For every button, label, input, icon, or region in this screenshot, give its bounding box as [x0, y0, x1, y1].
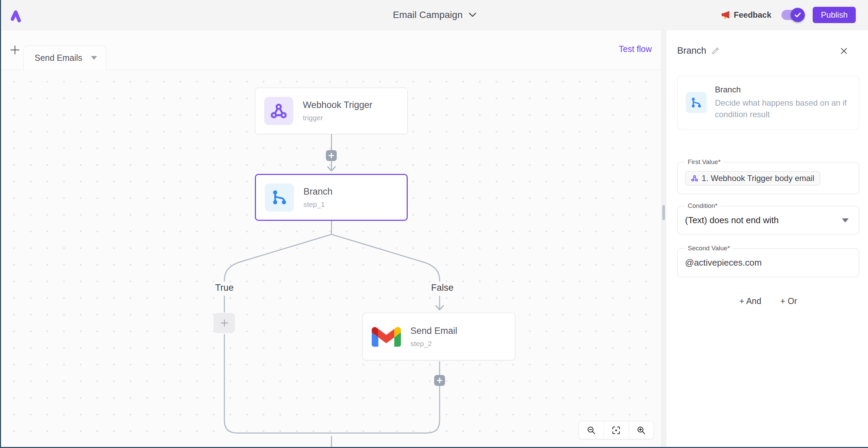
node-title: Webhook Trigger	[303, 100, 372, 110]
second-value-label: Second Value*	[685, 245, 733, 252]
node-subtitle: step_1	[303, 200, 333, 209]
branch-icon-tile	[686, 92, 707, 113]
branch-icon	[690, 96, 703, 109]
condition-value: (Text) does not end with	[685, 215, 779, 226]
first-value-label: First Value*	[685, 158, 723, 166]
node-text: Webhook Trigger trigger	[303, 100, 372, 122]
node-subtitle: trigger	[303, 114, 372, 122]
rename-step-button[interactable]	[711, 47, 719, 55]
add-flow-tab-button[interactable]	[7, 42, 23, 58]
fit-view-icon	[611, 426, 621, 435]
plus-icon	[10, 44, 20, 55]
flow-tab-label: Send Emails	[35, 53, 82, 63]
branch-false-label: False	[422, 283, 463, 293]
webhook-icon-tile	[264, 97, 293, 125]
close-panel-button[interactable]	[839, 47, 848, 55]
add-step-button[interactable]	[434, 375, 445, 386]
gmail-icon	[372, 325, 401, 348]
zoom-out-button[interactable]	[579, 422, 604, 439]
select-caret-down-icon	[842, 218, 849, 222]
test-flow-link[interactable]: Test flow	[619, 44, 652, 54]
node-title: Send Email	[410, 326, 457, 336]
condition-select[interactable]: Condition* (Text) does not end with	[677, 206, 859, 234]
close-icon	[839, 47, 848, 55]
zoom-in-button[interactable]	[629, 422, 653, 439]
zoom-in-icon	[636, 426, 646, 435]
condition-group-actions: + And + Or	[677, 296, 859, 306]
flow-builder-window: Email Campaign Feedback	[0, 0, 868, 448]
webhook-icon	[270, 102, 288, 120]
second-value-field[interactable]: Second Value* @activepieces.com	[677, 248, 859, 277]
piece-title: Branch	[715, 85, 855, 94]
node-branch[interactable]: Branch step_1	[255, 174, 408, 221]
branch-icon-tile	[265, 183, 294, 212]
megaphone-icon	[721, 10, 731, 20]
flow-tab[interactable]: Send Emails	[23, 46, 106, 70]
panel-header: Branch	[677, 46, 859, 56]
flow-canvas[interactable]: Send Emails Test flow	[1, 30, 661, 447]
node-webhook-trigger[interactable]: Webhook Trigger trigger	[255, 88, 408, 134]
piece-description: Decide what happens based on an if condi…	[715, 97, 855, 120]
piece-info-text: Branch Decide what happens based on an i…	[715, 85, 855, 120]
piece-info-card: Branch Decide what happens based on an i…	[677, 76, 859, 129]
branch-true-label: True	[204, 283, 245, 293]
step-settings-panel: Branch	[666, 30, 868, 447]
plus-icon	[437, 378, 442, 383]
panel-scrollbar	[661, 30, 666, 447]
condition-label: Condition*	[685, 202, 720, 210]
second-value-text: @activepieces.com	[685, 257, 762, 268]
check-icon	[795, 13, 801, 17]
scrollbar-thumb[interactable]	[662, 205, 665, 220]
first-value-token[interactable]: 1. Webhook Trigger body email	[685, 171, 820, 185]
publish-button[interactable]: Publish	[813, 7, 856, 23]
flow-tab-strip: Send Emails Test flow	[1, 30, 661, 70]
feedback-label: Feedback	[734, 10, 772, 20]
add-step-placeholder[interactable]	[214, 313, 235, 333]
top-bar: Email Campaign Feedback	[1, 0, 868, 30]
flow-enabled-toggle[interactable]	[781, 10, 802, 20]
plus-icon	[221, 319, 228, 327]
node-text: Send Email step_2	[410, 326, 457, 348]
pencil-icon	[711, 47, 719, 55]
webhook-icon	[691, 175, 698, 182]
add-step-button[interactable]	[326, 150, 337, 161]
tab-caret-down-icon[interactable]	[91, 56, 97, 60]
node-text: Branch step_1	[303, 186, 333, 209]
token-label: 1. Webhook Trigger body email	[702, 174, 814, 183]
node-title: Branch	[303, 186, 333, 197]
add-and-condition-button[interactable]: + And	[739, 296, 761, 306]
zoom-out-icon	[587, 426, 596, 435]
panel-title: Branch	[677, 46, 706, 56]
feedback-button[interactable]: Feedback	[721, 10, 772, 20]
add-or-condition-button[interactable]: + Or	[780, 296, 797, 306]
first-value-field[interactable]: First Value* 1. Webhook Trigger body ema…	[677, 162, 859, 194]
plus-icon	[329, 153, 334, 158]
top-bar-actions: Feedback Publish	[721, 0, 856, 30]
canvas-zoom-controls	[579, 421, 654, 439]
fit-view-button[interactable]	[604, 422, 628, 439]
branch-icon	[270, 188, 289, 207]
chevron-down-icon	[469, 13, 476, 17]
node-send-email[interactable]: Send Email step_2	[363, 313, 515, 360]
gmail-icon-tile	[372, 323, 401, 351]
node-subtitle: step_2	[410, 340, 457, 348]
toggle-knob	[791, 8, 805, 22]
flow-title: Email Campaign	[393, 10, 462, 20]
